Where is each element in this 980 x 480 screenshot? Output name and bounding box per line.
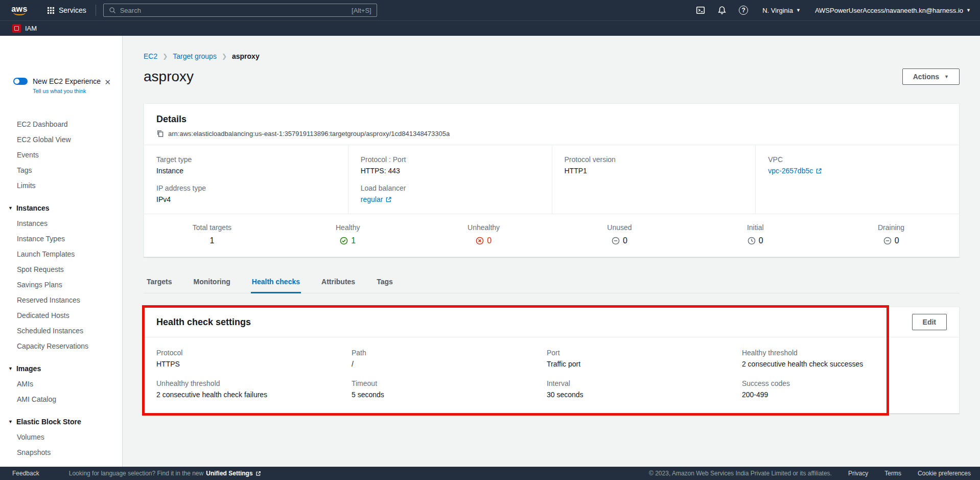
tab-attributes[interactable]: Attributes <box>320 272 356 293</box>
sidebar-item-instance-types[interactable]: Instance Types <box>0 231 122 246</box>
counter-draining: Draining 0 <box>823 223 959 245</box>
health-check-settings-title: Health check settings <box>156 317 251 328</box>
field-protocol-version: Protocol version HTTP1 <box>565 155 743 175</box>
sidebar-item-events[interactable]: Events <box>0 147 122 163</box>
close-icon[interactable]: ✕ <box>104 78 111 87</box>
vpc-link[interactable]: vpc-2657db5c <box>768 167 813 175</box>
edit-button[interactable]: Edit <box>912 314 947 330</box>
breadcrumb-ec2[interactable]: EC2 <box>144 52 157 60</box>
notifications-button[interactable] <box>717 6 727 15</box>
sidebar-item-reserved-instances[interactable]: Reserved Instances <box>0 292 122 308</box>
copyright-text: © 2023, Amazon Web Services India Privat… <box>649 470 832 477</box>
sidebar-item-dedicated-hosts[interactable]: Dedicated Hosts <box>0 308 122 323</box>
cookie-preferences-link[interactable]: Cookie preferences <box>918 470 971 477</box>
chevron-down-icon: ▼ <box>8 418 13 426</box>
sidebar-item-snapshots[interactable]: Snapshots <box>0 445 122 460</box>
global-search[interactable]: [Alt+S] <box>103 4 377 17</box>
banner-feedback-link[interactable]: Tell us what you think <box>33 88 86 94</box>
sidebar-item-amis[interactable]: AMIs <box>0 376 122 392</box>
sidebar-item-ec2-dashboard[interactable]: EC2 Dashboard <box>0 117 122 132</box>
minus-circle-icon <box>883 237 892 245</box>
breadcrumb-target-groups[interactable]: Target groups <box>173 52 217 60</box>
search-shortcut-hint: [Alt+S] <box>352 7 371 14</box>
field-protocol: Protocol HTTPS <box>156 349 352 368</box>
privacy-link[interactable]: Privacy <box>848 470 868 477</box>
counter-unused: Unused 0 <box>552 223 688 245</box>
sidebar-item-savings-plans[interactable]: Savings Plans <box>0 277 122 292</box>
bell-icon <box>717 6 727 15</box>
chevron-down-icon: ▼ <box>944 74 949 79</box>
cloudshell-icon <box>696 6 705 15</box>
chevron-down-icon: ▼ <box>796 8 801 13</box>
favorite-iam-link[interactable]: IAM <box>25 25 37 32</box>
minus-circle-icon <box>612 237 620 245</box>
field-unhealthy-threshold: Unhealthy threshold 2 consecutive health… <box>156 379 352 399</box>
external-link-icon <box>385 196 392 203</box>
account-menu[interactable]: AWSPowerUserAccess/navaneeth.kn@harness.… <box>815 7 971 14</box>
sidebar-item-ec2-global-view[interactable]: EC2 Global View <box>0 132 122 147</box>
copy-arn-button[interactable] <box>156 130 164 138</box>
region-selector[interactable]: N. Virginia ▼ <box>762 7 801 14</box>
sidebar-item-volumes[interactable]: Volumes <box>0 429 122 445</box>
top-nav: aws Services [Alt+S] <box>0 0 980 36</box>
sidebar-section-images[interactable]: ▼ Images <box>0 361 122 376</box>
account-label: AWSPowerUserAccess/navaneeth.kn@harness.… <box>815 7 963 14</box>
sidebar-item-capacity-reservations[interactable]: Capacity Reservations <box>0 338 122 354</box>
tab-bar: Targets Monitoring Health checks Attribu… <box>144 272 960 293</box>
chevron-down-icon: ▼ <box>8 364 13 373</box>
tab-tags[interactable]: Tags <box>376 272 394 293</box>
grid-icon <box>47 7 55 14</box>
field-interval: Interval 30 seconds <box>547 379 742 399</box>
new-experience-toggle[interactable] <box>13 78 28 85</box>
sidebar-item-launch-templates[interactable]: Launch Templates <box>0 246 122 262</box>
field-port: Port Traffic port <box>547 349 742 368</box>
chevron-right-icon: ❯ <box>162 53 168 60</box>
external-link-icon <box>815 168 822 174</box>
help-icon: ? <box>739 6 748 15</box>
cloudshell-button[interactable] <box>696 6 705 15</box>
tab-health-checks[interactable]: Health checks <box>251 272 301 293</box>
x-circle-icon <box>476 237 484 245</box>
sidebar-item-tags[interactable]: Tags <box>0 163 122 178</box>
terms-link[interactable]: Terms <box>884 470 901 477</box>
sidebar-item-instances[interactable]: Instances <box>0 216 122 231</box>
sidebar-section-elastic-block-store[interactable]: ▼ Elastic Block Store <box>0 414 122 429</box>
aws-logo-text: aws <box>9 6 30 13</box>
page-title: asproxy <box>144 68 194 85</box>
breadcrumb-current: asproxy <box>232 52 260 60</box>
counter-initial: Initial 0 <box>687 223 823 245</box>
region-label: N. Virginia <box>762 7 793 14</box>
field-path: Path / <box>352 349 547 368</box>
copy-icon <box>156 130 164 138</box>
load-balancer-link[interactable]: regular <box>361 195 383 203</box>
sidebar-nav: EC2 Dashboard EC2 Global View Events Tag… <box>0 102 122 460</box>
help-button[interactable]: ? <box>739 6 748 15</box>
chevron-right-icon: ❯ <box>222 53 227 60</box>
tab-targets[interactable]: Targets <box>146 272 173 293</box>
clock-icon <box>748 237 756 245</box>
sidebar-item-ami-catalog[interactable]: AMI Catalog <box>0 392 122 407</box>
sidebar-item-scheduled-instances[interactable]: Scheduled Instances <box>0 323 122 338</box>
sidebar-section-instances[interactable]: ▼ Instances <box>0 200 122 216</box>
details-fields: Target type Instance IP address type IPv… <box>144 145 959 214</box>
feedback-link[interactable]: Feedback <box>12 470 39 477</box>
field-healthy-threshold: Healthy threshold 2 consecutive health c… <box>742 349 947 368</box>
chevron-down-icon: ▼ <box>8 204 13 212</box>
sidebar-item-spot-requests[interactable]: Spot Requests <box>0 262 122 277</box>
details-card: Details arn:aws:elasticloadbalancing:us-… <box>144 103 960 257</box>
unified-settings-link[interactable]: Unified Settings <box>206 470 252 477</box>
actions-button[interactable]: Actions ▼ <box>902 68 960 85</box>
tab-monitoring[interactable]: Monitoring <box>193 272 231 293</box>
sidebar-item-limits[interactable]: Limits <box>0 178 122 193</box>
external-link-icon <box>255 471 261 476</box>
aws-logo[interactable]: aws <box>9 6 30 15</box>
search-input[interactable] <box>120 7 347 14</box>
services-label: Services <box>59 6 86 14</box>
breadcrumb: EC2 ❯ Target groups ❯ asproxy <box>144 52 960 60</box>
field-success-codes: Success codes 200-499 <box>742 379 947 399</box>
health-check-settings-card: Health check settings Edit Protocol HTTP… <box>144 307 960 414</box>
header-divider <box>96 5 96 16</box>
target-counters: Total targets 1 Healthy 1 Unhealthy <box>144 214 959 257</box>
check-circle-icon <box>340 237 348 245</box>
services-menu-button[interactable]: Services <box>43 3 90 17</box>
